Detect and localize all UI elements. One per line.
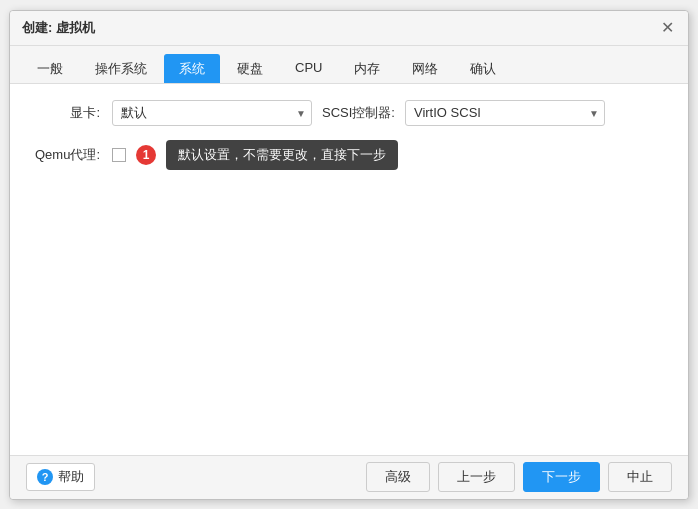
- qemu-label: Qemu代理:: [30, 146, 100, 164]
- qemu-row: Qemu代理: 1 默认设置，不需要更改，直接下一步: [30, 140, 668, 170]
- tab-system[interactable]: 系统: [164, 54, 220, 83]
- display-select[interactable]: 默认: [112, 100, 312, 126]
- tooltip-text: 默认设置，不需要更改，直接下一步: [166, 140, 398, 170]
- abort-button[interactable]: 中止: [608, 462, 672, 492]
- footer: ? 帮助 高级 上一步 下一步 中止: [10, 455, 688, 499]
- close-icon: ✕: [661, 18, 674, 37]
- scsi-select[interactable]: VirtIO SCSI: [405, 100, 605, 126]
- close-button[interactable]: ✕: [658, 19, 676, 37]
- tab-os[interactable]: 操作系统: [80, 54, 162, 83]
- tab-confirm[interactable]: 确认: [455, 54, 511, 83]
- help-button[interactable]: ? 帮助: [26, 463, 95, 491]
- tab-general[interactable]: 一般: [22, 54, 78, 83]
- help-label: 帮助: [58, 468, 84, 486]
- qemu-checkbox[interactable]: [112, 148, 126, 162]
- tab-disk[interactable]: 硬盘: [222, 54, 278, 83]
- display-select-wrapper: 默认 ▼: [112, 100, 312, 126]
- footer-buttons: 高级 上一步 下一步 中止: [366, 462, 672, 492]
- display-control: 默认 ▼ SCSI控制器: VirtIO SCSI ▼: [112, 100, 668, 126]
- help-icon: ?: [37, 469, 53, 485]
- tab-cpu[interactable]: CPU: [280, 54, 337, 83]
- tab-memory[interactable]: 内存: [339, 54, 395, 83]
- scsi-label: SCSI控制器:: [322, 104, 395, 122]
- qemu-control: 1 默认设置，不需要更改，直接下一步: [112, 140, 668, 170]
- create-vm-dialog: 创建: 虚拟机 ✕ 一般 操作系统 系统 硬盘 CPU 内存 网络 确认 显卡:…: [9, 10, 689, 500]
- title-bar: 创建: 虚拟机 ✕: [10, 11, 688, 46]
- dialog-title: 创建: 虚拟机: [22, 19, 95, 37]
- tab-network[interactable]: 网络: [397, 54, 453, 83]
- content-area: 显卡: 默认 ▼ SCSI控制器: VirtIO SCSI ▼: [10, 84, 688, 455]
- display-row: 显卡: 默认 ▼ SCSI控制器: VirtIO SCSI ▼: [30, 100, 668, 126]
- tab-bar: 一般 操作系统 系统 硬盘 CPU 内存 网络 确认: [10, 46, 688, 84]
- prev-button[interactable]: 上一步: [438, 462, 515, 492]
- back-button[interactable]: 高级: [366, 462, 430, 492]
- tooltip-badge: 1: [136, 145, 156, 165]
- next-button[interactable]: 下一步: [523, 462, 600, 492]
- scsi-select-wrapper: VirtIO SCSI ▼: [405, 100, 605, 126]
- display-label: 显卡:: [30, 104, 100, 122]
